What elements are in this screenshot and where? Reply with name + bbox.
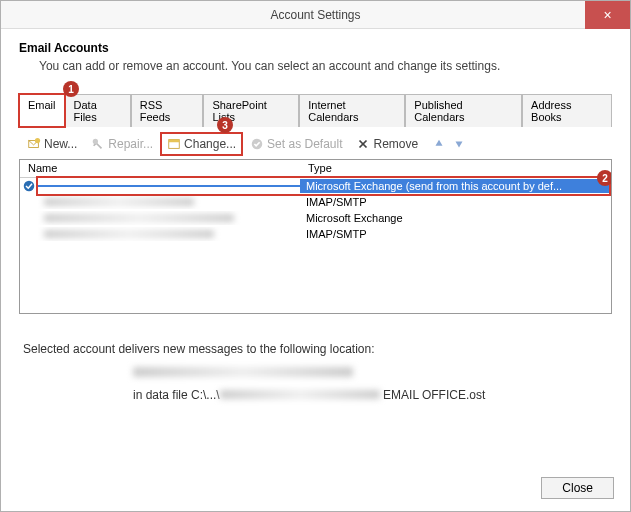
repair-icon bbox=[91, 137, 105, 151]
row-type: Microsoft Exchange bbox=[300, 211, 611, 225]
callout-badge-3: 3 bbox=[217, 117, 233, 133]
row-type: Microsoft Exchange (send from this accou… bbox=[300, 179, 611, 193]
tab-published-calendars[interactable]: Published Calendars bbox=[405, 94, 522, 127]
new-label: New... bbox=[44, 137, 77, 151]
row-name bbox=[38, 185, 300, 187]
column-type[interactable]: Type bbox=[300, 160, 611, 177]
close-icon: × bbox=[603, 1, 611, 29]
window-title: Account Settings bbox=[270, 8, 360, 22]
new-button[interactable]: New... bbox=[23, 135, 81, 153]
section-desc: You can add or remove an account. You ca… bbox=[39, 59, 612, 73]
delivery-info: Selected account delivers new messages t… bbox=[23, 342, 612, 402]
callout-badge-2: 2 bbox=[597, 170, 612, 186]
remove-label: Remove bbox=[373, 137, 418, 151]
close-button[interactable]: Close bbox=[541, 477, 614, 499]
move-down-icon[interactable] bbox=[452, 137, 466, 151]
row-type: IMAP/SMTP bbox=[300, 227, 611, 241]
new-icon bbox=[27, 137, 41, 151]
change-label: Change... bbox=[184, 137, 236, 151]
delivery-account bbox=[133, 366, 612, 380]
repair-button: Repair... bbox=[87, 135, 157, 153]
list-header: Name Type bbox=[20, 160, 611, 178]
svg-point-2 bbox=[93, 139, 98, 144]
svg-marker-9 bbox=[456, 141, 463, 147]
toolbar: New... Repair... Change... Set as Defaul… bbox=[19, 127, 612, 159]
accounts-list: Name Type Microsoft Exchange (send from … bbox=[19, 159, 612, 314]
tabs: Email Data Files RSS Feeds SharePoint Li… bbox=[19, 93, 612, 127]
column-name[interactable]: Name bbox=[20, 160, 300, 177]
svg-marker-8 bbox=[436, 140, 443, 146]
change-icon bbox=[167, 137, 181, 151]
svg-point-10 bbox=[24, 181, 35, 192]
callout-badge-1: 1 bbox=[63, 81, 79, 97]
svg-rect-4 bbox=[169, 140, 180, 143]
default-label: Set as Default bbox=[267, 137, 342, 151]
delivery-intro: Selected account delivers new messages t… bbox=[23, 342, 612, 356]
check-icon bbox=[250, 137, 264, 151]
row-name bbox=[38, 211, 300, 225]
tab-internet-calendars[interactable]: Internet Calendars bbox=[299, 94, 405, 127]
default-check-icon bbox=[20, 180, 38, 192]
window-close-button[interactable]: × bbox=[585, 1, 630, 29]
account-row-selected[interactable]: Microsoft Exchange (send from this accou… bbox=[20, 178, 611, 194]
row-name bbox=[38, 227, 300, 241]
tab-rss-feeds[interactable]: RSS Feeds bbox=[131, 94, 204, 127]
account-row[interactable]: Microsoft Exchange bbox=[20, 210, 611, 226]
tab-address-books[interactable]: Address Books bbox=[522, 94, 612, 127]
change-button[interactable]: Change... bbox=[163, 135, 240, 153]
section-title: Email Accounts bbox=[19, 41, 612, 55]
svg-point-1 bbox=[35, 138, 40, 143]
row-name bbox=[38, 195, 300, 209]
move-up-icon[interactable] bbox=[432, 137, 446, 151]
remove-icon bbox=[356, 137, 370, 151]
repair-label: Repair... bbox=[108, 137, 153, 151]
titlebar: Account Settings × bbox=[1, 1, 630, 29]
dialog-footer: Close bbox=[541, 477, 614, 499]
tab-data-files[interactable]: Data Files bbox=[65, 94, 131, 127]
account-row[interactable]: IMAP/SMTP bbox=[20, 226, 611, 242]
remove-button[interactable]: Remove bbox=[352, 135, 422, 153]
delivery-path: in data file C:\...\ EMAIL OFFICE.ost bbox=[133, 388, 612, 402]
row-type: IMAP/SMTP bbox=[300, 195, 611, 209]
tab-email[interactable]: Email bbox=[19, 94, 65, 127]
account-row[interactable]: IMAP/SMTP bbox=[20, 194, 611, 210]
set-default-button: Set as Default bbox=[246, 135, 346, 153]
